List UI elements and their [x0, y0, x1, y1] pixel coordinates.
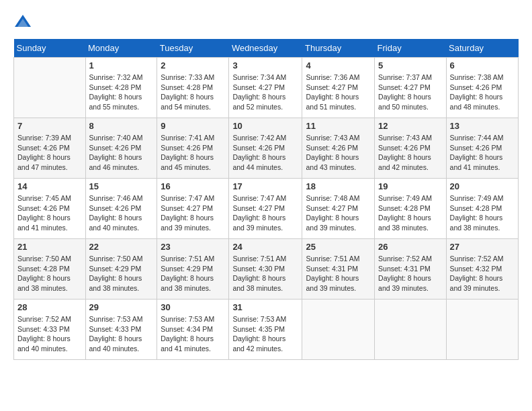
- calendar-cell: 18Sunrise: 7:48 AMSunset: 4:27 PMDayligh…: [302, 179, 375, 239]
- day-number: 29: [89, 302, 154, 312]
- day-number: 4: [306, 60, 371, 71]
- calendar-cell: 1Sunrise: 7:32 AMSunset: 4:28 PMDaylight…: [85, 58, 157, 118]
- calendar-cell: 15Sunrise: 7:46 AMSunset: 4:26 PMDayligh…: [85, 179, 157, 239]
- header-sunday: Sunday: [14, 39, 86, 58]
- calendar-cell: 21Sunrise: 7:50 AMSunset: 4:28 PMDayligh…: [14, 239, 86, 300]
- day-info: Sunrise: 7:32 AMSunset: 4:28 PMDaylight:…: [89, 73, 154, 112]
- calendar-cell: 4Sunrise: 7:36 AMSunset: 4:27 PMDaylight…: [302, 58, 375, 118]
- calendar-cell: 28Sunrise: 7:52 AMSunset: 4:33 PMDayligh…: [14, 300, 86, 360]
- day-info: Sunrise: 7:34 AMSunset: 4:27 PMDaylight:…: [232, 73, 298, 112]
- day-info: Sunrise: 7:49 AMSunset: 4:28 PMDaylight:…: [450, 193, 515, 233]
- calendar-cell: 26Sunrise: 7:52 AMSunset: 4:31 PMDayligh…: [375, 239, 447, 300]
- day-info: Sunrise: 7:44 AMSunset: 4:26 PMDaylight:…: [450, 133, 515, 173]
- day-info: Sunrise: 7:45 AMSunset: 4:26 PMDaylight:…: [17, 193, 82, 233]
- day-number: 16: [161, 181, 225, 191]
- day-number: 11: [306, 121, 371, 131]
- day-info: Sunrise: 7:39 AMSunset: 4:26 PMDaylight:…: [17, 133, 82, 173]
- day-info: Sunrise: 7:53 AMSunset: 4:35 PMDaylight:…: [232, 314, 298, 354]
- day-info: Sunrise: 7:41 AMSunset: 4:26 PMDaylight:…: [161, 133, 225, 173]
- day-number: 14: [17, 181, 82, 191]
- day-number: 31: [232, 302, 298, 312]
- day-info: Sunrise: 7:36 AMSunset: 4:27 PMDaylight:…: [306, 73, 371, 112]
- calendar-cell: 25Sunrise: 7:51 AMSunset: 4:31 PMDayligh…: [302, 239, 375, 300]
- day-info: Sunrise: 7:50 AMSunset: 4:28 PMDaylight:…: [17, 254, 82, 293]
- day-number: 17: [232, 181, 298, 191]
- calendar-cell: 23Sunrise: 7:51 AMSunset: 4:29 PMDayligh…: [157, 239, 229, 300]
- day-info: Sunrise: 7:52 AMSunset: 4:32 PMDaylight:…: [450, 254, 515, 293]
- calendar-cell: [446, 300, 518, 360]
- calendar-week-row: 21Sunrise: 7:50 AMSunset: 4:28 PMDayligh…: [14, 239, 519, 300]
- header-friday: Friday: [375, 39, 447, 58]
- calendar-cell: 30Sunrise: 7:53 AMSunset: 4:34 PMDayligh…: [157, 300, 229, 360]
- calendar-cell: 31Sunrise: 7:53 AMSunset: 4:35 PMDayligh…: [229, 300, 302, 360]
- calendar-cell: [375, 300, 447, 360]
- day-number: 22: [89, 242, 154, 252]
- day-info: Sunrise: 7:53 AMSunset: 4:34 PMDaylight:…: [161, 314, 225, 354]
- calendar-cell: 11Sunrise: 7:43 AMSunset: 4:26 PMDayligh…: [302, 118, 375, 179]
- calendar-cell: 7Sunrise: 7:39 AMSunset: 4:26 PMDaylight…: [14, 118, 86, 179]
- day-number: 18: [306, 181, 371, 191]
- day-info: Sunrise: 7:42 AMSunset: 4:26 PMDaylight:…: [232, 133, 298, 173]
- day-info: Sunrise: 7:53 AMSunset: 4:33 PMDaylight:…: [89, 314, 154, 354]
- day-number: 30: [161, 302, 225, 312]
- calendar-cell: [302, 300, 375, 360]
- header-tuesday: Tuesday: [157, 39, 229, 58]
- calendar-cell: 10Sunrise: 7:42 AMSunset: 4:26 PMDayligh…: [229, 118, 302, 179]
- day-info: Sunrise: 7:43 AMSunset: 4:26 PMDaylight:…: [378, 133, 443, 173]
- calendar-cell: 19Sunrise: 7:49 AMSunset: 4:28 PMDayligh…: [375, 179, 447, 239]
- calendar-cell: [14, 58, 86, 118]
- day-info: Sunrise: 7:50 AMSunset: 4:29 PMDaylight:…: [89, 254, 154, 293]
- calendar-week-row: 14Sunrise: 7:45 AMSunset: 4:26 PMDayligh…: [14, 179, 519, 239]
- day-info: Sunrise: 7:52 AMSunset: 4:31 PMDaylight:…: [378, 254, 443, 293]
- day-number: 25: [306, 242, 371, 252]
- day-number: 19: [378, 181, 443, 191]
- day-number: 1: [89, 60, 154, 71]
- day-number: 8: [89, 121, 154, 131]
- calendar-cell: 8Sunrise: 7:40 AMSunset: 4:26 PMDaylight…: [85, 118, 157, 179]
- day-number: 28: [17, 302, 82, 312]
- header-thursday: Thursday: [302, 39, 375, 58]
- calendar-cell: 27Sunrise: 7:52 AMSunset: 4:32 PMDayligh…: [446, 239, 518, 300]
- day-info: Sunrise: 7:51 AMSunset: 4:30 PMDaylight:…: [232, 254, 298, 293]
- logo-icon: [13, 13, 32, 32]
- calendar-header-row: SundayMondayTuesdayWednesdayThursdayFrid…: [14, 39, 519, 58]
- day-info: Sunrise: 7:47 AMSunset: 4:27 PMDaylight:…: [161, 193, 225, 233]
- day-info: Sunrise: 7:49 AMSunset: 4:28 PMDaylight:…: [378, 193, 443, 233]
- calendar-table: SundayMondayTuesdayWednesdayThursdayFrid…: [13, 39, 519, 360]
- calendar-week-row: 28Sunrise: 7:52 AMSunset: 4:33 PMDayligh…: [14, 300, 519, 360]
- day-info: Sunrise: 7:48 AMSunset: 4:27 PMDaylight:…: [306, 193, 371, 233]
- day-info: Sunrise: 7:37 AMSunset: 4:27 PMDaylight:…: [378, 73, 443, 112]
- day-info: Sunrise: 7:33 AMSunset: 4:28 PMDaylight:…: [161, 73, 225, 112]
- day-info: Sunrise: 7:47 AMSunset: 4:27 PMDaylight:…: [232, 193, 298, 233]
- calendar-cell: 22Sunrise: 7:50 AMSunset: 4:29 PMDayligh…: [85, 239, 157, 300]
- calendar-week-row: 1Sunrise: 7:32 AMSunset: 4:28 PMDaylight…: [14, 58, 519, 118]
- calendar-cell: 6Sunrise: 7:38 AMSunset: 4:26 PMDaylight…: [446, 58, 518, 118]
- day-number: 7: [17, 121, 82, 131]
- day-number: 20: [450, 181, 515, 191]
- day-info: Sunrise: 7:52 AMSunset: 4:33 PMDaylight:…: [17, 314, 82, 354]
- day-number: 13: [450, 121, 515, 131]
- day-number: 9: [161, 121, 225, 131]
- header-wednesday: Wednesday: [229, 39, 302, 58]
- day-number: 12: [378, 121, 443, 131]
- day-number: 3: [232, 60, 298, 71]
- calendar-cell: 12Sunrise: 7:43 AMSunset: 4:26 PMDayligh…: [375, 118, 447, 179]
- calendar-week-row: 7Sunrise: 7:39 AMSunset: 4:26 PMDaylight…: [14, 118, 519, 179]
- calendar-cell: 13Sunrise: 7:44 AMSunset: 4:26 PMDayligh…: [446, 118, 518, 179]
- page-header: [13, 13, 519, 32]
- calendar-cell: 2Sunrise: 7:33 AMSunset: 4:28 PMDaylight…: [157, 58, 229, 118]
- day-number: 24: [232, 242, 298, 252]
- day-number: 2: [161, 60, 225, 71]
- day-number: 5: [378, 60, 443, 71]
- logo: [13, 13, 35, 32]
- calendar-cell: 3Sunrise: 7:34 AMSunset: 4:27 PMDaylight…: [229, 58, 302, 118]
- day-info: Sunrise: 7:40 AMSunset: 4:26 PMDaylight:…: [89, 133, 154, 173]
- day-number: 27: [450, 242, 515, 252]
- calendar-cell: 9Sunrise: 7:41 AMSunset: 4:26 PMDaylight…: [157, 118, 229, 179]
- calendar-cell: 17Sunrise: 7:47 AMSunset: 4:27 PMDayligh…: [229, 179, 302, 239]
- calendar-cell: 24Sunrise: 7:51 AMSunset: 4:30 PMDayligh…: [229, 239, 302, 300]
- day-number: 10: [232, 121, 298, 131]
- day-number: 15: [89, 181, 154, 191]
- calendar-cell: 5Sunrise: 7:37 AMSunset: 4:27 PMDaylight…: [375, 58, 447, 118]
- calendar-cell: 20Sunrise: 7:49 AMSunset: 4:28 PMDayligh…: [446, 179, 518, 239]
